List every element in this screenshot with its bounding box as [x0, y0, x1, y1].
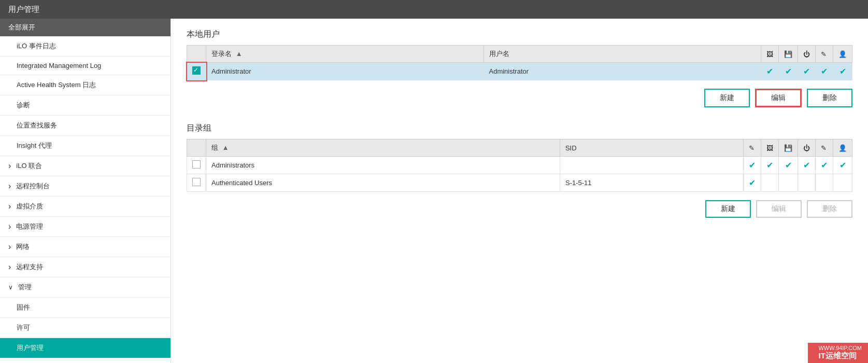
dg-row1-icon6: ✔ — [833, 157, 852, 174]
local-users-delete-button[interactable]: 删除 — [807, 89, 852, 107]
sidebar-item-network[interactable]: 网络 — [0, 237, 170, 257]
local-users-actions: 新建 编辑 删除 — [187, 89, 852, 107]
main-content: 本地用户 登录名 ▲ 用户名 🖼 💾 ⏻ ✎ 👤 — [171, 19, 868, 363]
sidebar-item-ilo-federation[interactable]: iLO 联合 — [0, 156, 170, 176]
dg-row2-sid: S-1-5-11 — [560, 174, 743, 192]
dg-col-header-icon1: ✎ — [744, 139, 761, 157]
sidebar-item-label: Active Health System 日志 — [17, 80, 96, 90]
sidebar-item-firmware[interactable]: 固件 — [0, 298, 170, 318]
dg-row2-checkbox-cell[interactable] — [187, 174, 206, 192]
dg-row1-icon4: ✔ — [798, 157, 816, 174]
local-users-section: 本地用户 登录名 ▲ 用户名 🖼 💾 ⏻ ✎ 👤 — [187, 29, 852, 107]
sidebar-item-label: iLO 联合 — [16, 161, 42, 171]
dg-row2-icon3 — [779, 174, 798, 192]
sidebar-item-remote-support[interactable]: 远程支持 — [0, 257, 170, 277]
sidebar-item-label: 管理 — [18, 283, 32, 292]
row-icon5: ✔ — [833, 63, 852, 80]
sidebar-item-diagnostics[interactable]: 诊断 — [0, 95, 170, 116]
directory-groups-table: 组 ▲ SID ✎ 🖼 💾 ⏻ ✎ 👤 — [187, 139, 852, 192]
sidebar-item-virtual-media[interactable]: 虚拟介质 — [0, 197, 170, 217]
sidebar-item-label: 远程支持 — [16, 262, 43, 272]
col-header-icon2: 💾 — [779, 46, 798, 63]
sidebar: 全部展开 iLO 事件日志 Integrated Management Log … — [0, 19, 171, 363]
col-header-icon5: 👤 — [833, 46, 852, 63]
directory-groups-actions: 新建 编辑 删除 — [187, 200, 852, 218]
col-header-icon1: 🖼 — [761, 46, 779, 63]
sidebar-item-label: Integrated Management Log — [17, 62, 101, 69]
col-header-username: 用户名 — [483, 46, 761, 63]
local-users-edit-button[interactable]: 编辑 — [755, 89, 802, 107]
directory-groups-edit-button[interactable]: 编辑 — [756, 200, 802, 218]
sidebar-item-power-mgmt[interactable]: 电源管理 — [0, 217, 170, 237]
row-username: Administrator — [483, 63, 761, 80]
sidebar-item-integrated-mgmt-log[interactable]: Integrated Management Log — [0, 57, 170, 75]
sidebar-item-label: 诊断 — [17, 101, 30, 110]
row-checkbox-cell[interactable] — [187, 63, 206, 80]
dg-col-header-icon2: 🖼 — [761, 139, 779, 157]
dg-col-header-icon4: ⏻ — [798, 139, 816, 157]
dg-col-header-icon6: 👤 — [833, 139, 852, 157]
watermark-url: WWW.94IP.COM — [818, 345, 862, 351]
sidebar-item-remote-console[interactable]: 远程控制台 — [0, 176, 170, 197]
sidebar-item-label: 许可 — [17, 323, 30, 332]
dg-col-header-icon5: ✎ — [816, 139, 833, 157]
row-icon4: ✔ — [816, 63, 833, 80]
dg-row2-icon6 — [833, 174, 852, 192]
col-header-login: 登录名 ▲ — [206, 46, 484, 63]
dg-row2-icon4 — [798, 174, 816, 192]
dg-col-header-checkbox — [187, 139, 206, 157]
local-users-title: 本地用户 — [187, 29, 852, 40]
expand-all-button[interactable]: 全部展开 — [0, 19, 170, 36]
row-login: Administrator — [206, 63, 484, 80]
col-header-icon3: ⏻ — [798, 46, 816, 63]
sidebar-item-access-settings[interactable]: 访问设置 — [0, 358, 170, 363]
directory-groups-delete-button[interactable]: 删除 — [807, 200, 852, 218]
dg-row2-checkbox[interactable] — [192, 178, 201, 186]
sidebar-item-ilo-event-log[interactable]: iLO 事件日志 — [0, 36, 170, 57]
sidebar-item-label: iLO 事件日志 — [17, 41, 56, 51]
sidebar-item-label: 网络 — [16, 242, 30, 252]
dg-row1-checkbox[interactable] — [192, 160, 201, 169]
local-users-new-button[interactable]: 新建 — [704, 89, 750, 107]
dg-row1-icon1: ✔ — [744, 157, 761, 174]
dg-row2-icon2 — [761, 174, 779, 192]
table-row[interactable]: Administrators ✔ ✔ ✔ ✔ ✔ ✔ — [187, 157, 852, 174]
dg-row2-icon5 — [816, 174, 833, 192]
local-users-table: 登录名 ▲ 用户名 🖼 💾 ⏻ ✎ 👤 — [187, 45, 852, 80]
watermark-name: IT运维空间 — [818, 351, 862, 361]
dg-row2-icon1: ✔ — [744, 174, 761, 192]
directory-groups-title: 目录组 — [187, 123, 852, 134]
directory-groups-section: 目录组 组 ▲ SID ✎ 🖼 💾 ⏻ ✎ — [187, 123, 852, 218]
sidebar-item-label: 远程控制台 — [16, 182, 50, 191]
sidebar-item-management[interactable]: 管理 — [0, 277, 170, 298]
dg-col-header-icon3: 💾 — [779, 139, 798, 157]
dg-col-header-sid: SID — [560, 139, 743, 157]
dg-row1-icon2: ✔ — [761, 157, 779, 174]
row-icon2: ✔ — [779, 63, 798, 80]
dg-row2-group: Authenticated Users — [206, 174, 560, 192]
checked-checkbox[interactable] — [192, 66, 201, 75]
sidebar-item-label: 位置查找服务 — [17, 121, 57, 130]
dg-row1-group: Administrators — [206, 157, 560, 174]
sidebar-item-insight-agent[interactable]: Insight 代理 — [0, 136, 170, 156]
sidebar-item-active-health-log[interactable]: Active Health System 日志 — [0, 75, 170, 95]
sidebar-item-label: 用户管理 — [17, 343, 44, 353]
dg-row1-icon5: ✔ — [816, 157, 833, 174]
sidebar-item-user-management[interactable]: 用户管理 — [0, 338, 170, 358]
sidebar-item-license[interactable]: 许可 — [0, 318, 170, 338]
col-header-checkbox — [187, 46, 206, 63]
sort-arrow-login: ▲ — [236, 50, 243, 58]
directory-groups-new-button[interactable]: 新建 — [705, 200, 751, 218]
top-header: 用户管理 — [0, 0, 868, 19]
table-row[interactable]: Authenticated Users S-1-5-11 ✔ — [187, 174, 852, 192]
watermark: WWW.94IP.COM IT运维空间 — [808, 343, 868, 363]
table-row[interactable]: Administrator Administrator ✔ ✔ ✔ ✔ ✔ — [187, 63, 852, 80]
sidebar-item-label: 电源管理 — [16, 222, 43, 231]
dg-row1-checkbox-cell[interactable] — [187, 157, 206, 174]
sidebar-item-location-service[interactable]: 位置查找服务 — [0, 116, 170, 136]
dg-col-header-group: 组 ▲ — [206, 139, 560, 157]
sidebar-item-label: Insight 代理 — [17, 141, 52, 150]
sidebar-item-label: 固件 — [17, 303, 30, 312]
dg-row1-sid — [560, 157, 743, 174]
col-header-icon4: ✎ — [816, 46, 833, 63]
